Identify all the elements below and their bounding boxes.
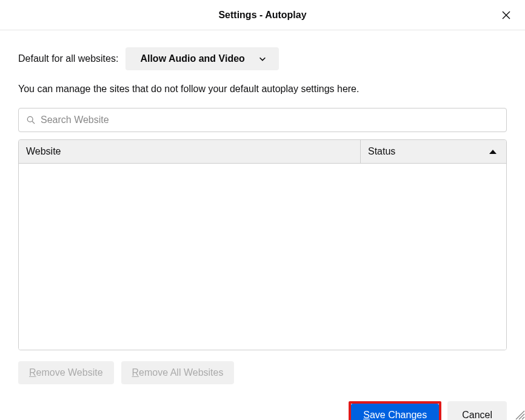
dialog-title: Settings - Autoplay <box>218 10 306 21</box>
footer-buttons: Save Changes Cancel <box>18 401 507 420</box>
dialog-header: Settings - Autoplay <box>0 0 525 30</box>
table-body <box>19 164 506 350</box>
svg-line-6 <box>522 417 524 419</box>
svg-line-3 <box>32 121 35 124</box>
cancel-button[interactable]: Cancel <box>447 401 507 420</box>
remove-all-websites-button: Remove All Websites <box>121 361 235 384</box>
save-changes-highlight: Save Changes <box>349 401 441 420</box>
remove-buttons-row: Remove Website Remove All Websites <box>18 361 507 384</box>
column-header-status[interactable]: Status <box>361 140 506 163</box>
close-icon <box>501 10 512 21</box>
default-row: Default for all websites: Allow Audio an… <box>18 47 507 70</box>
chevron-down-icon <box>258 55 267 63</box>
column-header-status-label: Status <box>368 146 395 157</box>
table-header: Website Status <box>19 140 506 164</box>
remove-website-button: Remove Website <box>18 361 114 384</box>
default-label: Default for all websites: <box>18 53 118 64</box>
dialog-body: Default for all websites: Allow Audio an… <box>0 30 525 420</box>
search-website-input[interactable] <box>18 108 507 132</box>
save-changes-button[interactable]: Save Changes <box>351 404 439 420</box>
svg-point-2 <box>27 116 33 122</box>
resize-grip-icon[interactable] <box>514 409 525 420</box>
svg-line-5 <box>519 414 524 419</box>
description-text: You can manage the sites that do not fol… <box>18 84 507 95</box>
dropdown-value: Allow Audio and Video <box>140 53 244 64</box>
sort-ascending-icon <box>489 150 497 154</box>
close-button[interactable] <box>498 7 514 23</box>
websites-table: Website Status <box>18 139 507 350</box>
column-header-website[interactable]: Website <box>19 140 361 163</box>
search-icon <box>27 116 35 124</box>
search-wrapper <box>18 108 507 132</box>
default-autoplay-dropdown[interactable]: Allow Audio and Video <box>125 47 278 70</box>
column-header-website-label: Website <box>26 146 61 157</box>
